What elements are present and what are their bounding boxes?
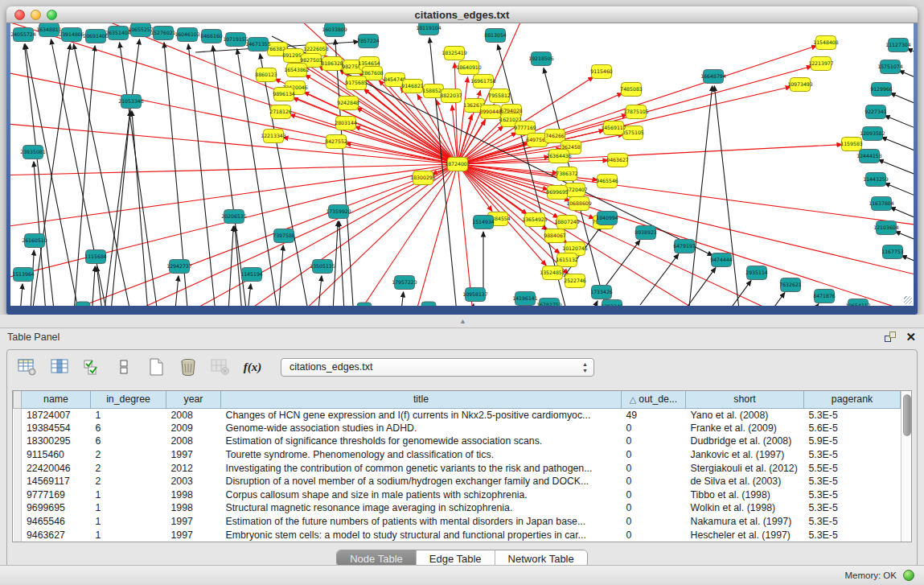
- graph-node-teal[interactable]: 1513964: [12, 268, 35, 282]
- graph-node-teal[interactable]: 21053346: [118, 95, 144, 109]
- table-cell[interactable]: Embryonic stem cells: a model to study s…: [221, 528, 622, 542]
- table-cell[interactable]: 0: [622, 501, 686, 515]
- table-cell[interactable]: 5.3E-5: [804, 475, 901, 488]
- graph-node-teal[interactable]: [421, 302, 436, 306]
- table-cell[interactable]: 18300295: [22, 435, 91, 448]
- table-selector-dropdown[interactable]: citations_edges.txt ▲▼: [281, 358, 594, 377]
- graph-node-yellow[interactable]: 9896134: [273, 88, 295, 101]
- table-cell[interactable]: 9465546: [22, 515, 91, 529]
- table-row[interactable]: 969969511998Structural magnetic resonanc…: [14, 501, 901, 515]
- table-cell[interactable]: Wolkin et al. (1998): [686, 501, 804, 515]
- delete-table-icon[interactable]: [178, 356, 199, 377]
- table-cell[interactable]: 9463627: [22, 528, 91, 542]
- table-cell[interactable]: 2012: [166, 461, 221, 475]
- column-header[interactable]: name: [22, 391, 91, 408]
- table-cell[interactable]: 5.3E-5: [804, 528, 901, 542]
- graph-node-yellow[interactable]: 7955812: [488, 89, 511, 103]
- table-cell[interactable]: 1: [91, 515, 166, 529]
- table-cell[interactable]: Structural magnetic resonance image aver…: [221, 501, 622, 515]
- table-cell[interactable]: 1997: [166, 528, 221, 542]
- graph-node-teal[interactable]: 11637804: [869, 197, 894, 211]
- graph-node-yellow[interactable]: 9242848: [337, 97, 359, 110]
- table-cell[interactable]: 0: [622, 528, 686, 542]
- graph-node-yellow[interactable]: 9115460: [590, 65, 613, 79]
- table-cell[interactable]: Disruption of a novel member of a sodium…: [221, 475, 622, 488]
- tab-node-table[interactable]: Node Table: [337, 550, 417, 566]
- table-cell[interactable]: 9699695: [22, 501, 91, 515]
- table-cell[interactable]: Dudbridge et al. (2008): [686, 435, 804, 448]
- graph-node-teal[interactable]: 16648794: [700, 70, 726, 84]
- panel-divider[interactable]: ▲: [0, 315, 924, 328]
- table-cell[interactable]: 2008: [166, 435, 221, 448]
- graph-node-yellow[interactable]: 18724007: [445, 158, 470, 171]
- table-cell[interactable]: Tibbo et al. (1998): [686, 488, 804, 502]
- table-cell[interactable]: 0: [622, 422, 686, 435]
- table-cell[interactable]: Tourette syndrome. Phenomenology and cla…: [221, 448, 622, 462]
- graph-node-yellow[interactable]: 8822037: [440, 89, 462, 103]
- table-cell[interactable]: 2009: [166, 422, 221, 435]
- graph-node-teal[interactable]: 9227341: [864, 105, 887, 119]
- graph-node-teal[interactable]: 1733426: [590, 286, 613, 299]
- table-cell[interactable]: Franke et al. (2009): [686, 422, 804, 435]
- graph-node-teal[interactable]: 16782759: [536, 299, 562, 307]
- table-cell[interactable]: 5.9E-5: [804, 435, 901, 448]
- graph-node-yellow[interactable]: 9699695: [546, 186, 569, 200]
- graph-node-teal[interactable]: 15276021: [150, 27, 176, 40]
- graph-node-teal[interactable]: 18119104: [416, 23, 441, 35]
- graph-node-teal[interactable]: 12942737: [166, 260, 192, 274]
- table-cell[interactable]: 6: [91, 422, 166, 435]
- table-cell[interactable]: 2003: [166, 475, 221, 488]
- graph-node-teal[interactable]: 11443259: [863, 173, 889, 187]
- row-height-icon[interactable]: [113, 356, 134, 377]
- graph-node-yellow[interactable]: 2803144: [335, 117, 357, 130]
- graph-node-yellow[interactable]: 11548408: [813, 36, 839, 50]
- graph-node-yellow[interactable]: 8860123: [255, 68, 277, 82]
- graph-node-yellow[interactable]: 26364436: [546, 150, 572, 163]
- graph-node-teal[interactable]: 14671355: [245, 38, 271, 51]
- graph-node-teal[interactable]: 1115684: [84, 250, 107, 264]
- table-cell[interactable]: Stergiakouli et al. (2012): [686, 461, 804, 475]
- graph-node-teal[interactable]: 19218506: [528, 52, 554, 66]
- graph-node-teal[interactable]: 20691406: [83, 30, 109, 43]
- graph-node-yellow[interactable]: 2718126: [269, 105, 292, 119]
- graph-node-yellow[interactable]: 9465546: [596, 175, 618, 188]
- column-header[interactable]: year: [166, 391, 221, 408]
- table-cell[interactable]: 1998: [166, 488, 221, 502]
- graph-node-yellow[interactable]: 13654923: [522, 213, 548, 227]
- table-cell[interactable]: 0: [622, 461, 686, 475]
- window-resize-grip[interactable]: [904, 296, 912, 304]
- graph-node-yellow[interactable]: 8990448: [479, 105, 502, 119]
- table-row[interactable]: 1872400712008Changes of HCN gene express…: [14, 408, 901, 422]
- graph-node-yellow[interactable]: 14569117: [601, 122, 626, 135]
- graph-node-teal[interactable]: 1292346: [601, 300, 623, 307]
- table-cell[interactable]: 2: [91, 461, 166, 475]
- graph-node-yellow[interactable]: 8186328: [321, 57, 343, 71]
- graph-node-yellow[interactable]: 12213343: [261, 130, 286, 143]
- table-cell[interactable]: 0: [622, 435, 686, 448]
- tab-edge-table[interactable]: Edge Table: [417, 550, 495, 566]
- table-cell[interactable]: 9115460: [22, 448, 91, 462]
- table-cell[interactable]: 6: [91, 435, 166, 448]
- graph-node-teal[interactable]: 8938923: [634, 226, 657, 240]
- table-cell[interactable]: 1997: [166, 448, 221, 462]
- graph-node-teal[interactable]: 1145194: [240, 268, 263, 282]
- table-row[interactable]: 2242004622012Investigating the contribut…: [14, 461, 901, 475]
- table-cell[interactable]: 5.3E-5: [804, 488, 901, 502]
- column-header[interactable]: [14, 391, 22, 408]
- column-header[interactable]: △out_de...: [622, 391, 686, 408]
- divider-handle-icon[interactable]: ▲: [459, 317, 466, 325]
- table-cell[interactable]: Hescheler et al. (1997): [686, 528, 804, 542]
- graph-node-yellow[interactable]: 9175685: [345, 76, 368, 90]
- graph-node-teal[interactable]: 26160510: [22, 234, 47, 248]
- graph-node-teal[interactable]: 14196141: [512, 292, 538, 306]
- graph-node-yellow[interactable]: 9777169: [514, 122, 536, 135]
- column-header[interactable]: title: [221, 391, 622, 408]
- graph-node-yellow[interactable]: 17875105: [623, 105, 649, 119]
- graph-node-yellow[interactable]: 16961758: [470, 75, 496, 89]
- graph-node-teal[interactable]: 10719155: [223, 33, 248, 47]
- graph-node-yellow[interactable]: 7485083: [620, 83, 643, 97]
- table-row[interactable]: 946362711997Embryonic stem cells: a mode…: [14, 528, 901, 542]
- graph-node-yellow[interactable]: 18640910: [456, 61, 482, 75]
- table-cell[interactable]: 18724007: [22, 408, 91, 422]
- table-cell[interactable]: 1: [91, 528, 166, 542]
